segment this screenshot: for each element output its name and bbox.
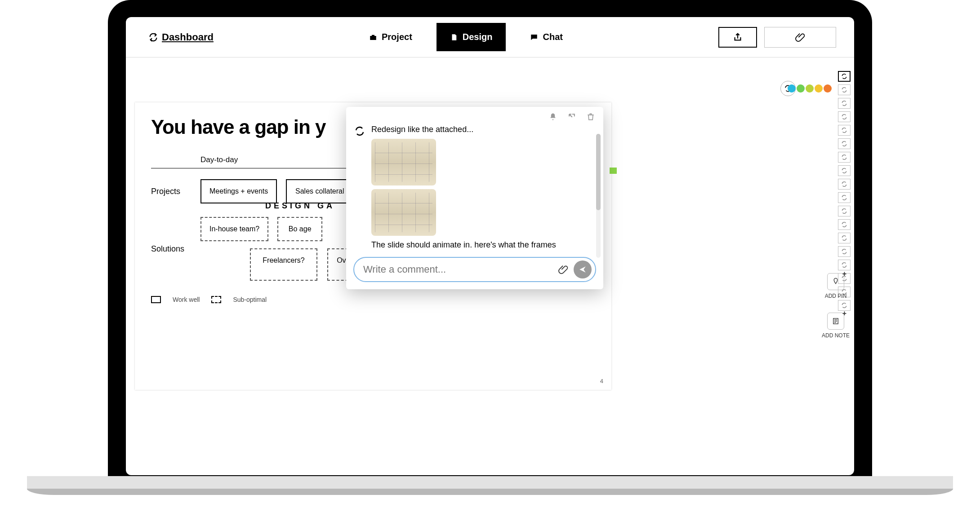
tile-freelancers[interactable]: Freelancers?: [250, 248, 317, 281]
thumb-10[interactable]: [838, 192, 851, 203]
comment-text-1: Redesign like the attached...: [371, 124, 594, 135]
sync-icon: [354, 126, 365, 137]
attachment-thumbnail-2[interactable]: [371, 189, 436, 236]
thumb-8[interactable]: [838, 165, 851, 176]
color-dot-2[interactable]: [797, 84, 805, 93]
comment-text-2: The slide should animate in. here's what…: [371, 239, 594, 251]
logo-dashboard[interactable]: Dashboard: [148, 31, 214, 43]
sync-icon: [148, 32, 158, 42]
legend-work-well: Work well: [173, 296, 200, 303]
share-icon: [733, 32, 743, 42]
nav-chat-label: Chat: [543, 32, 562, 42]
page-number: 4: [600, 378, 603, 384]
legend-swatch-dash: [211, 296, 221, 303]
thumb-15[interactable]: [838, 260, 851, 270]
thumb-9[interactable]: [838, 179, 851, 190]
nav-project[interactable]: Project: [356, 23, 426, 51]
send-button[interactable]: [574, 260, 592, 278]
thumb-12[interactable]: [838, 219, 851, 230]
tile-meetings[interactable]: Meetings + events: [200, 179, 277, 203]
tile-boutique[interactable]: Bo age: [277, 217, 322, 241]
thumb-7[interactable]: [838, 152, 851, 163]
nav-chat[interactable]: Chat: [517, 23, 576, 51]
legend: Work well Sub-optimal: [151, 296, 595, 303]
popover-scroll-thumb[interactable]: [596, 134, 601, 210]
attach-icon[interactable]: [558, 265, 568, 274]
thumb-3[interactable]: [838, 98, 851, 109]
legend-swatch-solid: [151, 296, 161, 303]
thumb-6[interactable]: [838, 138, 851, 149]
add-pin-button[interactable]: + ADD PIN: [822, 273, 850, 299]
paperclip-icon: [795, 32, 805, 42]
header-bar: Dashboard Project Design Chat: [126, 17, 854, 57]
slide-flag-marker[interactable]: [610, 168, 617, 174]
note-icon: [832, 317, 840, 325]
file-icon: [450, 33, 458, 41]
trash-icon[interactable]: [586, 112, 595, 121]
comment-avatar: [354, 124, 365, 251]
briefcase-icon: [369, 33, 377, 41]
thumb-5[interactable]: [838, 125, 851, 136]
attachment-button[interactable]: [764, 27, 836, 48]
nav-project-label: Project: [382, 32, 412, 42]
comment-popover: Redesign like the attached... The slide …: [346, 107, 603, 289]
open-external-icon[interactable]: [567, 112, 576, 121]
color-dot-1[interactable]: [788, 84, 796, 93]
design-gap-label: DESIGN GA: [265, 201, 335, 211]
color-dot-3[interactable]: [806, 84, 814, 93]
chat-icon: [530, 33, 538, 41]
thumb-14[interactable]: [838, 246, 851, 257]
app-window: Dashboard Project Design Chat: [126, 17, 854, 475]
attachment-thumbnail-1[interactable]: [371, 139, 436, 185]
add-pin-label: ADD PIN: [825, 293, 847, 299]
comment-input[interactable]: [363, 264, 553, 275]
legend-sub-optimal: Sub-optimal: [233, 296, 267, 303]
popover-scrollbar[interactable]: [596, 134, 601, 258]
thumb-13[interactable]: [838, 233, 851, 243]
comment-compose: [353, 257, 596, 282]
tile-inhouse[interactable]: In-house team?: [200, 217, 268, 241]
color-palette: [788, 84, 832, 93]
row-solutions-label: Solutions: [151, 244, 200, 254]
thumb-2[interactable]: [838, 84, 851, 95]
row-projects-label: Projects: [151, 187, 200, 196]
thumb-11[interactable]: [838, 206, 851, 216]
share-button[interactable]: [718, 27, 757, 48]
add-note-label: ADD NOTE: [822, 332, 850, 339]
canvas: You have a gap in y DESIGN GA Day-to-day…: [126, 57, 854, 475]
nav-design[interactable]: Design: [437, 23, 506, 51]
pin-icon: [832, 278, 840, 286]
nav-design-label: Design: [463, 32, 493, 42]
thumb-4[interactable]: [838, 111, 851, 122]
thumb-1[interactable]: [838, 71, 851, 82]
bell-icon[interactable]: [548, 112, 557, 121]
color-dot-5[interactable]: [824, 84, 832, 93]
tile-sales[interactable]: Sales collateral: [286, 179, 353, 203]
add-note-button[interactable]: + ADD NOTE: [822, 313, 850, 339]
brand-label: Dashboard: [162, 31, 214, 43]
color-dot-4[interactable]: [815, 84, 823, 93]
